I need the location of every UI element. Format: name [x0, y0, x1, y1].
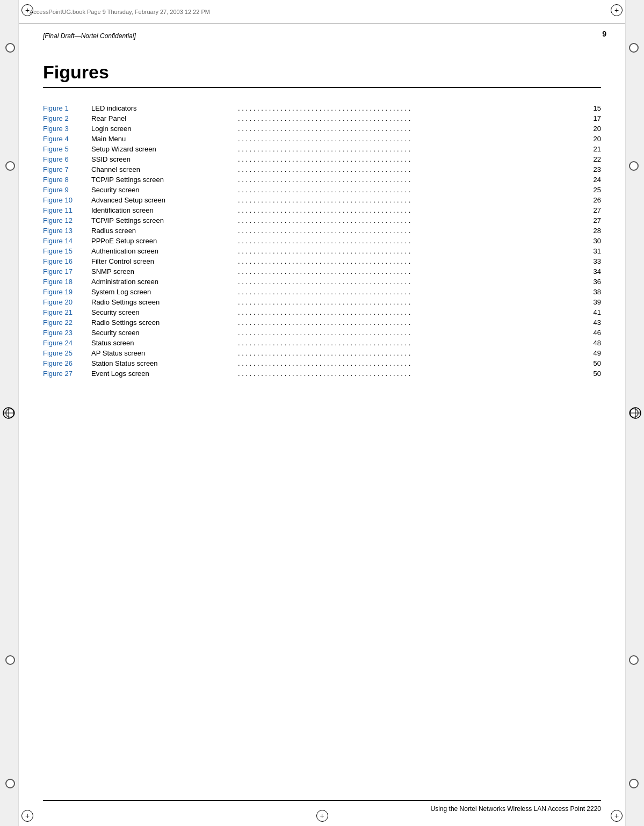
toc-row: Figure 19 System Log screen . . . . . . …	[43, 287, 601, 297]
toc-row: Figure 23 Security screen . . . . . . . …	[43, 328, 601, 338]
toc-figure-title: Radio Settings screen	[91, 297, 237, 307]
toc-figure-num[interactable]: Figure 26	[43, 358, 91, 368]
toc-figure-title: PPPoE Setup screen	[91, 236, 237, 246]
toc-figure-num[interactable]: Figure 11	[43, 205, 91, 215]
reg-mark-bl: +	[21, 810, 33, 822]
toc-figure-num[interactable]: Figure 21	[43, 307, 91, 317]
toc-figure-num[interactable]: Figure 12	[43, 215, 91, 226]
toc-row: Figure 7 Channel screen . . . . . . . . …	[43, 164, 601, 175]
toc-figure-title: Setup Wizard screen	[91, 144, 237, 154]
toc-page-num: 26	[570, 195, 601, 205]
spiral-r2	[629, 161, 639, 171]
toc-figure-title: Rear Panel	[91, 113, 237, 124]
toc-figure-num[interactable]: Figure 15	[43, 246, 91, 256]
toc-dots: . . . . . . . . . . . . . . . . . . . . …	[237, 256, 570, 266]
toc-figure-title: Security screen	[91, 185, 237, 195]
toc-dots: . . . . . . . . . . . . . . . . . . . . …	[237, 338, 570, 348]
toc-dots: . . . . . . . . . . . . . . . . . . . . …	[237, 297, 570, 307]
toc-row: Figure 26 Station Status screen . . . . …	[43, 358, 601, 368]
toc-figure-num[interactable]: Figure 2	[43, 113, 91, 124]
toc-figure-num[interactable]: Figure 1	[43, 103, 91, 113]
toc-row: Figure 24 Status screen . . . . . . . . …	[43, 338, 601, 348]
toc-page-num: 31	[570, 246, 601, 256]
toc-page-num: 38	[570, 287, 601, 297]
toc-page-num: 17	[570, 113, 601, 124]
toc-dots: . . . . . . . . . . . . . . . . . . . . …	[237, 185, 570, 195]
toc-dots: . . . . . . . . . . . . . . . . . . . . …	[237, 103, 570, 113]
toc-row: Figure 3 Login screen . . . . . . . . . …	[43, 124, 601, 134]
toc-row: Figure 25 AP Status screen . . . . . . .…	[43, 348, 601, 358]
toc-page-num: 41	[570, 307, 601, 317]
toc-page-num: 39	[570, 297, 601, 307]
toc-figure-num[interactable]: Figure 16	[43, 256, 91, 266]
toc-page-num: 50	[570, 358, 601, 368]
toc-page-num: 25	[570, 185, 601, 195]
toc-figure-title: AP Status screen	[91, 348, 237, 358]
toc-page-num: 20	[570, 124, 601, 134]
toc-figure-title: TCP/IP Settings screen	[91, 175, 237, 185]
toc-figure-num[interactable]: Figure 5	[43, 144, 91, 154]
toc-figure-num[interactable]: Figure 24	[43, 338, 91, 348]
toc-row: Figure 14 PPPoE Setup screen . . . . . .…	[43, 236, 601, 246]
toc-figure-title: SSID screen	[91, 154, 237, 164]
reg-mark-br: +	[611, 810, 623, 822]
right-arrow-mark	[629, 407, 641, 419]
toc-dots: . . . . . . . . . . . . . . . . . . . . …	[237, 317, 570, 328]
toc-page-num: 49	[570, 348, 601, 358]
toc-figure-title: SNMP screen	[91, 266, 237, 277]
toc-figure-num[interactable]: Figure 3	[43, 124, 91, 134]
toc-page-num: 22	[570, 154, 601, 164]
toc-page-num: 20	[570, 134, 601, 144]
toc-row: Figure 4 Main Menu . . . . . . . . . . .…	[43, 134, 601, 144]
toc-figure-num[interactable]: Figure 23	[43, 328, 91, 338]
toc-page-num: 36	[570, 277, 601, 287]
toc-dots: . . . . . . . . . . . . . . . . . . . . …	[237, 124, 570, 134]
toc-row: Figure 17 SNMP screen . . . . . . . . . …	[43, 266, 601, 277]
page-number: 9	[602, 30, 606, 38]
top-bar: AccessPointUG.book Page 9 Thursday, Febr…	[19, 0, 625, 24]
toc-figure-title: Login screen	[91, 124, 237, 134]
toc-figure-num[interactable]: Figure 4	[43, 134, 91, 144]
toc-figure-num[interactable]: Figure 6	[43, 154, 91, 164]
toc-dots: . . . . . . . . . . . . . . . . . . . . …	[237, 328, 570, 338]
spiral-r5	[629, 779, 639, 788]
toc-figure-num[interactable]: Figure 19	[43, 287, 91, 297]
toc-page-num: 24	[570, 175, 601, 185]
toc-figure-num[interactable]: Figure 9	[43, 185, 91, 195]
toc-dots: . . . . . . . . . . . . . . . . . . . . …	[237, 266, 570, 277]
toc-dots: . . . . . . . . . . . . . . . . . . . . …	[237, 236, 570, 246]
toc-dots: . . . . . . . . . . . . . . . . . . . . …	[237, 277, 570, 287]
toc-page-num: 23	[570, 164, 601, 175]
toc-figure-title: Event Logs screen	[91, 368, 237, 379]
toc-figure-title: LED indicators	[91, 103, 237, 113]
toc-row: Figure 5 Setup Wizard screen . . . . . .…	[43, 144, 601, 154]
toc-row: Figure 21 Security screen . . . . . . . …	[43, 307, 601, 317]
toc-figure-num[interactable]: Figure 18	[43, 277, 91, 287]
toc-row: Figure 9 Security screen . . . . . . . .…	[43, 185, 601, 195]
toc-figure-title: TCP/IP Settings screen	[91, 215, 237, 226]
toc-figure-num[interactable]: Figure 22	[43, 317, 91, 328]
toc-figure-num[interactable]: Figure 10	[43, 195, 91, 205]
toc-dots: . . . . . . . . . . . . . . . . . . . . …	[237, 164, 570, 175]
toc-table: Figure 1 LED indicators . . . . . . . . …	[43, 103, 601, 379]
toc-figure-num[interactable]: Figure 20	[43, 297, 91, 307]
reg-mark-tl: +	[21, 4, 33, 16]
toc-figure-num[interactable]: Figure 17	[43, 266, 91, 277]
toc-dots: . . . . . . . . . . . . . . . . . . . . …	[237, 226, 570, 236]
toc-figure-num[interactable]: Figure 7	[43, 164, 91, 175]
toc-figure-num[interactable]: Figure 13	[43, 226, 91, 236]
figures-heading: Figures	[43, 56, 601, 88]
toc-figure-title: Channel screen	[91, 164, 237, 175]
toc-page-num: 34	[570, 266, 601, 277]
toc-page-num: 28	[570, 226, 601, 236]
toc-figure-title: Authentication screen	[91, 246, 237, 256]
toc-figure-num[interactable]: Figure 27	[43, 368, 91, 379]
toc-row: Figure 6 SSID screen . . . . . . . . . .…	[43, 154, 601, 164]
toc-row: Figure 20 Radio Settings screen . . . . …	[43, 297, 601, 307]
toc-figure-num[interactable]: Figure 8	[43, 175, 91, 185]
toc-figure-num[interactable]: Figure 14	[43, 236, 91, 246]
toc-dots: . . . . . . . . . . . . . . . . . . . . …	[237, 246, 570, 256]
toc-row: Figure 12 TCP/IP Settings screen . . . .…	[43, 215, 601, 226]
toc-dots: . . . . . . . . . . . . . . . . . . . . …	[237, 307, 570, 317]
toc-figure-num[interactable]: Figure 25	[43, 348, 91, 358]
